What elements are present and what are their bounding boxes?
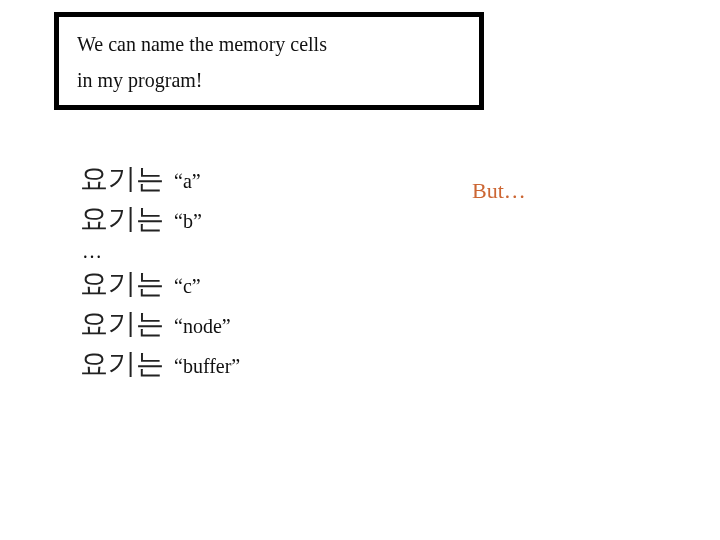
cell-label: “buffer” bbox=[174, 355, 240, 378]
ellipsis: … bbox=[82, 240, 240, 263]
korean-prefix: 요기는 bbox=[80, 305, 164, 343]
title-line-1: We can name the memory cells bbox=[77, 29, 461, 59]
cell-label: “node” bbox=[174, 315, 231, 338]
naming-row: 요기는 “node” bbox=[80, 305, 240, 343]
korean-prefix: 요기는 bbox=[80, 265, 164, 303]
aside-but: But… bbox=[472, 178, 526, 204]
naming-row: 요기는 “buffer” bbox=[80, 345, 240, 383]
korean-prefix: 요기는 bbox=[80, 345, 164, 383]
korean-prefix: 요기는 bbox=[80, 160, 164, 198]
title-box: We can name the memory cells in my progr… bbox=[54, 12, 484, 110]
naming-row: 요기는 “c” bbox=[80, 265, 240, 303]
cell-label: “b” bbox=[174, 210, 202, 233]
naming-row: 요기는 “b” bbox=[80, 200, 240, 238]
cell-label: “a” bbox=[174, 170, 201, 193]
title-line-2: in my program! bbox=[77, 65, 461, 95]
naming-row: 요기는 “a” bbox=[80, 160, 240, 198]
naming-block: 요기는 “a” 요기는 “b” … 요기는 “c” 요기는 “node” 요기는… bbox=[80, 160, 240, 385]
cell-label: “c” bbox=[174, 275, 201, 298]
korean-prefix: 요기는 bbox=[80, 200, 164, 238]
